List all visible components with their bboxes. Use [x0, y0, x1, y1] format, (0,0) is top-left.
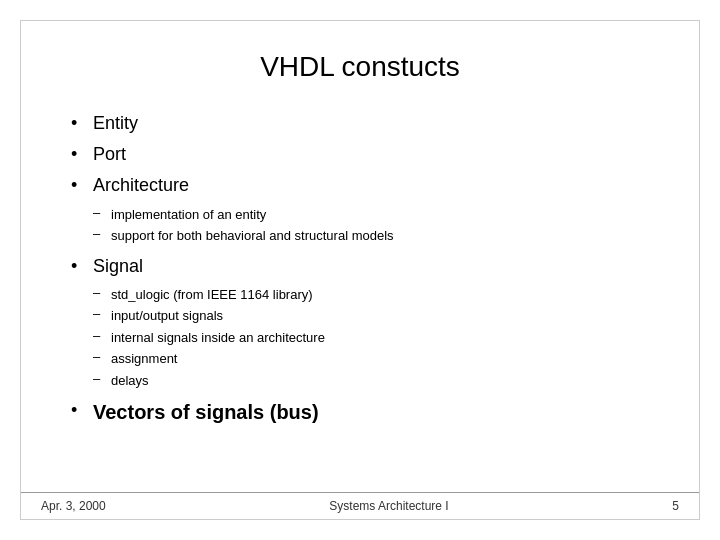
main-bullets-list: • Entity • Port • Architecture – impleme…	[71, 111, 649, 432]
bullet-dot: •	[71, 254, 81, 279]
list-item: • Vectors of signals (bus)	[71, 398, 649, 426]
sub-dash: –	[93, 371, 103, 386]
list-item: – std_ulogic (from IEEE 1164 library)	[93, 285, 649, 305]
sub-text: input/output signals	[111, 306, 223, 326]
sub-text: assignment	[111, 349, 177, 369]
footer-title: Systems Architecture I	[329, 499, 448, 513]
list-item: • Port	[71, 142, 649, 167]
sub-text: std_ulogic (from IEEE 1164 library)	[111, 285, 313, 305]
bullet-label: Vectors of signals (bus)	[93, 398, 319, 426]
sub-text: implementation of an entity	[111, 205, 266, 225]
sub-dash: –	[93, 306, 103, 321]
list-item: • Architecture	[71, 173, 649, 198]
list-item: – input/output signals	[93, 306, 649, 326]
sub-bullets-signal: – std_ulogic (from IEEE 1164 library) – …	[93, 285, 649, 391]
slide-content: VHDL constucts • Entity • Port • Archite…	[21, 21, 699, 492]
bullet-dot: •	[71, 398, 81, 423]
list-item: – assignment	[93, 349, 649, 369]
list-item: • Entity	[71, 111, 649, 136]
bullet-dot: •	[71, 173, 81, 198]
list-item: – implementation of an entity	[93, 205, 649, 225]
list-item: – delays	[93, 371, 649, 391]
sub-text: internal signals inside an architecture	[111, 328, 325, 348]
footer-page: 5	[672, 499, 679, 513]
bullet-label: Port	[93, 142, 126, 167]
sub-text: support for both behavioral and structur…	[111, 226, 394, 246]
slide-container: VHDL constucts • Entity • Port • Archite…	[20, 20, 700, 520]
list-item: • Signal	[71, 254, 649, 279]
bullet-dot: •	[71, 111, 81, 136]
sub-bullets-architecture: – implementation of an entity – support …	[93, 205, 649, 246]
sub-dash: –	[93, 205, 103, 220]
footer-date: Apr. 3, 2000	[41, 499, 106, 513]
list-item: – support for both behavioral and struct…	[93, 226, 649, 246]
sub-dash: –	[93, 328, 103, 343]
sub-dash: –	[93, 285, 103, 300]
list-item: – internal signals inside an architectur…	[93, 328, 649, 348]
bullet-label: Entity	[93, 111, 138, 136]
bullet-label: Signal	[93, 254, 143, 279]
sub-text: delays	[111, 371, 149, 391]
slide-footer: Apr. 3, 2000 Systems Architecture I 5	[21, 492, 699, 519]
bullet-dot: •	[71, 142, 81, 167]
sub-dash: –	[93, 349, 103, 364]
bullet-label: Architecture	[93, 173, 189, 198]
sub-dash: –	[93, 226, 103, 241]
slide-title: VHDL constucts	[71, 51, 649, 83]
